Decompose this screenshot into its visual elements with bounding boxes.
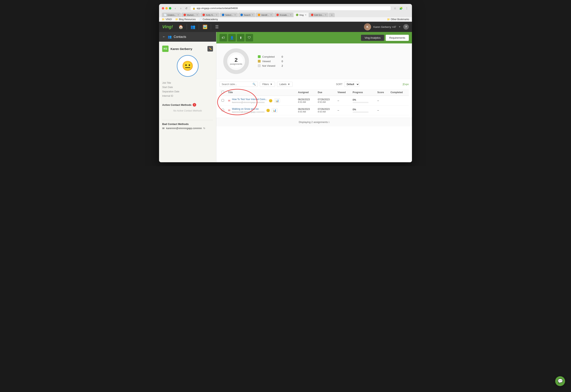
browser-tab[interactable]: 🔴 Kelly S... ✕ — [200, 13, 219, 17]
requirements-button[interactable]: Requirements — [386, 35, 409, 41]
tab-close-icon[interactable]: ✕ — [196, 14, 198, 16]
reload-button[interactable]: ↺ — [184, 6, 189, 11]
refresh-icon[interactable]: ↻ — [203, 127, 205, 130]
person-button[interactable]: 👤 — [228, 34, 236, 42]
tab-favicon: 🔵 — [222, 14, 224, 16]
bookmark-blog-resources[interactable]: 📁 Blog Resources — [175, 18, 196, 21]
app-navigation: Ving! 🏠 👥 🖼️ ☰ K — [159, 22, 412, 32]
edit-contact-button[interactable]: ✏️ — [207, 46, 213, 52]
bad-methods-label: Bad Contact Methods — [162, 123, 213, 126]
chevron-down-icon[interactable]: ▼ — [398, 26, 401, 28]
home-nav-button[interactable]: 🏠 — [177, 23, 185, 31]
shield-button[interactable]: 🛡 — [246, 34, 253, 42]
maximize-button[interactable] — [169, 7, 171, 10]
bookmark-button[interactable]: ☆ — [393, 6, 397, 11]
chart-icon[interactable]: 📊 — [274, 98, 280, 103]
browser-tab[interactable]: 🔵 Select... ✕ — [220, 13, 238, 17]
menu-button[interactable]: ⋮ — [404, 6, 409, 11]
extensions-button[interactable]: 🧩 — [398, 6, 403, 11]
browser-tab[interactable]: 🔴 Market... ✕ — [181, 13, 200, 17]
search-icon: 🔍 — [252, 83, 256, 86]
title-cell: ✉ How To Test Your Internet Conn... kare… — [226, 96, 296, 106]
active-browser-tab[interactable]: 🟢 Ving ✕ — [294, 13, 308, 17]
browser-tab[interactable]: 🟠 Identif... ✕ — [256, 13, 274, 17]
score-cell: -- — [375, 96, 389, 106]
progress-cell: 0% — [351, 96, 375, 106]
labels-button[interactable]: Labels ▼ — [277, 82, 293, 87]
select-all-header[interactable] — [220, 89, 226, 96]
table-search-input[interactable] — [222, 83, 251, 86]
table-container: Title Assigned Due Viewed Progress Score… — [220, 89, 409, 115]
tab-close-icon[interactable]: ✕ — [234, 14, 236, 16]
bookmark-codeacademy[interactable]: 📄 Codeacademy — [199, 18, 218, 21]
tag-button[interactable]: 🏷 — [220, 34, 227, 42]
avatar-emoji: 😐 — [182, 60, 194, 71]
table-search-box[interactable]: 🔍 — [220, 82, 258, 87]
filters-button[interactable]: Filters ▼ — [260, 82, 275, 87]
home-icon: 🏠 — [178, 25, 183, 29]
assignment-title[interactable]: Walking on Snow and Ice — [232, 108, 264, 110]
folder-icon: 📁 — [175, 18, 178, 21]
tab-favicon: 🔴 — [183, 14, 186, 16]
browser-tab[interactable]: 🔴 Knowle... ✕ — [274, 13, 293, 17]
media-icon: 🖼️ — [203, 25, 207, 29]
select-all-checkbox[interactable] — [221, 91, 224, 93]
ving-analytics-button[interactable]: Ving Analytics — [361, 35, 384, 41]
tab-favicon: 🔴 — [202, 14, 205, 16]
upload-button[interactable]: ⬆ — [237, 34, 244, 42]
progress-bar — [353, 102, 368, 103]
tab-close-icon[interactable]: ✕ — [290, 14, 292, 16]
assignments-table: Title Assigned Due Viewed Progress Score… — [220, 89, 409, 115]
tab-favicon: 🔵 — [240, 14, 243, 16]
chart-icon[interactable]: 📊 — [272, 108, 278, 112]
table-header-row: Title Assigned Due Viewed Progress Score… — [220, 89, 409, 96]
tab-close-icon[interactable]: ✕ — [325, 14, 326, 16]
minimize-button[interactable] — [165, 7, 168, 10]
tab-close-icon[interactable]: ✕ — [216, 14, 217, 16]
assignments-donut-chart: 2 assignments — [222, 47, 250, 75]
forward-nav-button[interactable]: › — [178, 6, 183, 11]
media-nav-button[interactable]: 🖼️ — [201, 23, 209, 31]
assignment-title[interactable]: How To Test Your Internet Conn... — [232, 98, 267, 101]
sidebar-back-button[interactable]: ← — [162, 35, 166, 39]
back-nav-button[interactable]: ‹ — [173, 6, 178, 11]
tab-close-icon[interactable]: ✕ — [252, 14, 253, 16]
tab-close-icon[interactable]: ✕ — [270, 14, 272, 16]
tasks-nav-button[interactable]: ☰ — [213, 23, 221, 31]
table-controls: 🔍 Filters ▼ Labels ▼ SORT — [220, 82, 409, 87]
completed-color — [258, 55, 261, 58]
row-checkbox[interactable] — [221, 109, 224, 111]
tab-close-icon[interactable]: ✕ — [177, 14, 179, 16]
bookmark-ving[interactable]: 📁 VING! — [162, 18, 172, 21]
progress-percent: 0% — [353, 98, 373, 101]
user-avatar: K — [364, 23, 371, 30]
score-cell: -- — [375, 106, 389, 115]
browser-tabs: 📄 Unders... ✕ 🔴 Market... ✕ 🔴 Kelly S...… — [162, 13, 409, 17]
smiley-icon[interactable]: 🙂 — [269, 99, 273, 103]
export-link[interactable]: [Expo — [403, 83, 409, 86]
url-text: app.vingapp.com/contacts/detail/94608 — [197, 7, 238, 10]
tab-close-icon[interactable]: ✕ — [305, 14, 307, 16]
smiley-icon[interactable]: 🙂 — [266, 109, 270, 112]
contact-avatar: 😐 — [177, 55, 199, 77]
viewed-column-header: Viewed — [336, 89, 351, 96]
address-bar[interactable]: 🔒 app.vingapp.com/contacts/detail/94608 — [190, 6, 391, 11]
chevron-down-icon: ▼ — [288, 83, 290, 86]
help-button[interactable]: ? — [403, 24, 409, 30]
contacts-nav-button[interactable]: 👥 — [189, 23, 197, 31]
other-bookmarks[interactable]: 📁 Other Bookmarks — [387, 18, 409, 21]
due-column-header: Due — [316, 89, 336, 96]
browser-tab[interactable]: 🔵 Search ✕ — [238, 13, 255, 17]
new-tab-button[interactable]: + — [329, 13, 335, 17]
sort-select[interactable]: Default — [344, 82, 359, 87]
close-button[interactable] — [162, 7, 164, 10]
legend-completed: Completed 0 — [258, 55, 283, 58]
browser-tab[interactable]: 🔴 Edit Em... ✕ — [309, 13, 329, 17]
row-checkbox-cell[interactable] — [220, 106, 226, 115]
contact-initials: KG — [162, 46, 169, 52]
row-checkbox[interactable] — [221, 99, 224, 102]
row-checkbox-cell[interactable] — [220, 96, 226, 106]
folder-icon: 📁 — [162, 18, 165, 21]
contact-profile: KG Karen Gerberry ✏️ 😐 Job Title Start D… — [159, 42, 216, 118]
browser-tab[interactable]: 📄 Unders... ✕ — [162, 13, 181, 17]
